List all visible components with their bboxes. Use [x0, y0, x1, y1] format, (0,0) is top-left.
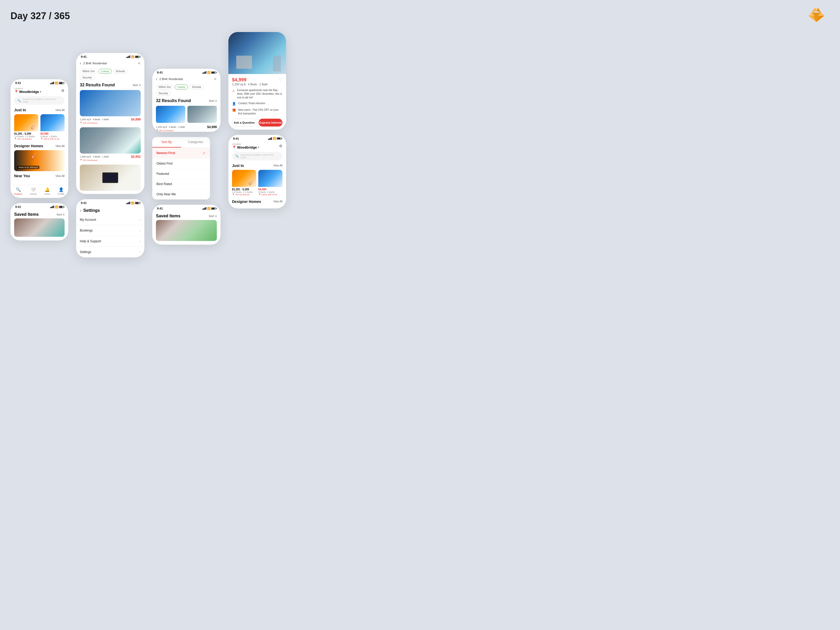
- status-bar-4: 9:41 📶: [152, 69, 221, 75]
- chevron-right-1: ›: [139, 218, 141, 222]
- nav-alerts[interactable]: 🔔 Alerts: [44, 187, 50, 195]
- search-placeholder-1: Search by Location, Area or Pin Code: [22, 98, 62, 103]
- chevron-right-3: ›: [139, 239, 141, 243]
- listing-card-6b[interactable]: $4,999 5 Beds, 2 Baths 📍 209 & 10th St #…: [258, 170, 283, 197]
- sort-tab-sortby[interactable]: Sort By: [152, 137, 181, 147]
- tag-security[interactable]: Security: [80, 75, 95, 80]
- settings-item-account[interactable]: My Account ›: [76, 215, 144, 225]
- back-btn-2[interactable]: ‹: [80, 61, 81, 66]
- listing4-addr: 📍 252 1st Avenue: [156, 129, 217, 132]
- view-all-6a[interactable]: View All: [273, 164, 283, 167]
- settings-item-bookings[interactable]: Bookings ›: [76, 225, 144, 236]
- back-btn-settings[interactable]: ‹: [80, 208, 81, 213]
- nav-explore[interactable]: 🔍 Explore: [14, 187, 22, 195]
- back-btn-4[interactable]: ‹: [156, 77, 157, 81]
- just-in-title: Just In: [14, 108, 26, 112]
- sort-tabs: Sort By Categories: [152, 137, 210, 148]
- saved-title-small: Saved Items: [14, 212, 39, 217]
- ask-question-button[interactable]: Ask a Question: [232, 118, 256, 126]
- view-all-1[interactable]: View All: [55, 109, 65, 112]
- results-header-2: 32 Results Found Sort ≡: [80, 83, 141, 87]
- chevron-right-4: ›: [139, 250, 141, 254]
- sort-option-nearyou[interactable]: Only Near Me: [152, 189, 210, 199]
- sort-option-featured[interactable]: Featured: [152, 169, 210, 179]
- filter-icon-4: ≡: [215, 99, 217, 103]
- card1-beds: 1-4 Beds, 1-2 Baths: [14, 135, 38, 138]
- designer-card[interactable]: 🎸 Starts at $1,999/sq.ft: [14, 150, 65, 171]
- tag4-luxury[interactable]: Luxury: [175, 85, 188, 90]
- filter-icon-2: ≡: [139, 84, 141, 87]
- settings-icon-1[interactable]: ⚙: [61, 88, 65, 93]
- sort-option-bestrated[interactable]: Best Rated: [152, 179, 210, 189]
- info-icon-alert: ⚠: [232, 89, 235, 93]
- listing-card-2[interactable]: $4,999 5 Beds, 2 Baths 📍 209 & 10th St #…: [40, 114, 65, 141]
- saved-icon: 🤍: [31, 187, 36, 192]
- battery-icon-2: [135, 56, 140, 58]
- tag-schools[interactable]: Schools: [113, 69, 128, 74]
- wifi-icon-2: 📶: [131, 55, 134, 58]
- search-bar-6[interactable]: 🔍 Search by Location, Area or Pin Code: [232, 152, 283, 160]
- search-bar-1[interactable]: 🔍 Search by Location, Area or Pin Code: [14, 96, 65, 105]
- sort-pill-small[interactable]: Sort ≡: [57, 213, 65, 216]
- express-interest-button[interactable]: Express Interest: [259, 118, 283, 126]
- nav-profile[interactable]: 👤 Profile: [58, 187, 65, 195]
- detail-offer: 🎁 New users - Flat 15% OFF on your first…: [232, 108, 283, 115]
- results-header-4: 32 Results Found Sort ≡: [156, 98, 217, 103]
- detail-contact: 👤 Contact: Pedro Amorim: [232, 102, 283, 106]
- location-name-1[interactable]: 📍 Woodbridge ▾: [14, 90, 41, 94]
- tag-luxury[interactable]: Luxury: [99, 69, 112, 74]
- listing-1[interactable]: 1,200 sq.ft · 4 Beds · 2 Bath $4,999 📍 2…: [80, 90, 141, 124]
- tag4-security[interactable]: Security: [156, 91, 171, 96]
- search-query-2[interactable]: 2 BHK Residential: [83, 62, 136, 65]
- search-query-4[interactable]: 2 BHK Residential: [159, 77, 212, 81]
- saved-header-big: Saved Items Sort ≡: [152, 211, 221, 220]
- phone-saved-small: 9:41 📶 Saved Items Sort ≡: [11, 203, 68, 240]
- view-all-3[interactable]: View All: [55, 175, 65, 177]
- nav-saved[interactable]: 🤍 Saved: [30, 187, 37, 195]
- heart-icon-detail[interactable]: ♡: [279, 77, 283, 82]
- listing4-price: $4,999: [207, 125, 217, 129]
- alerts-icon: 🔔: [45, 187, 50, 192]
- settings-icon-6[interactable]: ⚙: [279, 144, 283, 148]
- card6a-addr: 📍 252 1st Avenue: [232, 193, 256, 196]
- explore-icon: 🔍: [16, 187, 21, 192]
- sort-option-newest[interactable]: Newest First ✓: [152, 148, 210, 159]
- tag4-schools[interactable]: Schools: [189, 85, 204, 90]
- settings-item-help[interactable]: Help & Support ›: [76, 236, 144, 247]
- sort-btn-4[interactable]: Sort ≡: [209, 99, 217, 103]
- status-bar-2: 9:41 📶: [76, 53, 144, 59]
- tag-within2mi[interactable]: Within 2mi: [80, 69, 97, 74]
- status-bar-6: 9:41 📶: [228, 135, 286, 141]
- time-2: 9:41: [81, 55, 87, 58]
- wifi-icon-4: 📶: [207, 71, 210, 74]
- time-saved-small: 9:41: [15, 205, 21, 208]
- listing1-price: $4,999: [131, 118, 141, 121]
- filter-icon-saved-big: ≡: [215, 215, 217, 218]
- listing-2[interactable]: 1,499 sq.ft · 3 Beds · 1 Bath $2,952 📍 2…: [80, 127, 141, 161]
- view-all-2[interactable]: View All: [55, 145, 65, 147]
- sort-option-oldest[interactable]: Oldest First: [152, 159, 210, 169]
- listing-card-1[interactable]: 🎸 $1,291 - 5,299 1-4 Beds, 1-2 Baths 📍 2…: [14, 114, 38, 141]
- sort-pill-big[interactable]: Sort ≡: [209, 215, 217, 218]
- phone-saved-big: 9:41 📶 Saved Items Sort ≡: [152, 205, 221, 245]
- listing-card-6a[interactable]: 🎸 $1,291 - 5,299 1-4 Beds, 1-2 Baths 📍 2…: [232, 170, 256, 197]
- listing-3[interactable]: [80, 164, 141, 191]
- listing2-addr: 📍 252 1st Avenue: [80, 159, 141, 161]
- time-4: 9:41: [157, 71, 163, 74]
- tag4-within2mi[interactable]: Within 2mi: [156, 85, 174, 90]
- sort-tab-categories[interactable]: Categories: [181, 137, 210, 147]
- close-btn-2[interactable]: ✕: [137, 61, 141, 65]
- wifi-icon-saved: 📶: [55, 205, 58, 208]
- card6a-beds: 1-4 Beds, 1-2 Baths: [232, 191, 256, 193]
- card2-price: $4,999: [40, 132, 65, 135]
- sort-btn-2[interactable]: Sort ≡: [133, 84, 141, 87]
- location-name-6[interactable]: 📍 Woodbridge ▾: [232, 145, 259, 149]
- battery-icon-4: [211, 71, 216, 74]
- phone-home: 9:41 📶 Location 📍 Woodbridge: [11, 79, 68, 198]
- view-all-6b[interactable]: View All: [273, 200, 283, 203]
- just-in-title-6: Just In: [232, 164, 244, 168]
- close-btn-4[interactable]: ✕: [214, 77, 217, 81]
- listing-row-4: [156, 106, 217, 123]
- search-header-4: ‹ 2 BHK Residential ✕: [152, 75, 221, 83]
- settings-item-settings[interactable]: Settings ›: [76, 247, 144, 257]
